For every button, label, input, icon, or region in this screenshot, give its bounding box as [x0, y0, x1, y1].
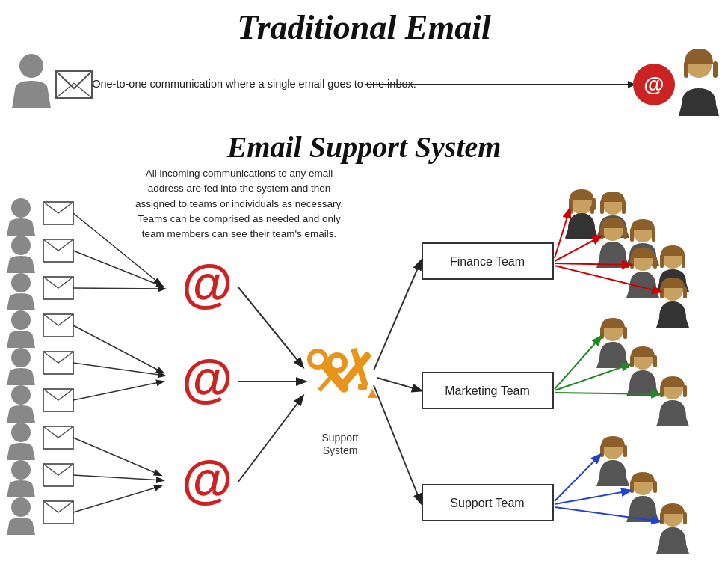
svg-point-69	[602, 194, 623, 215]
svg-rect-79	[569, 198, 573, 210]
svg-line-39	[73, 475, 163, 480]
svg-line-114	[555, 393, 660, 394]
svg-rect-76	[660, 254, 664, 268]
svg-text:Finance Team: Finance Team	[450, 255, 525, 268]
svg-point-48	[307, 349, 328, 370]
svg-line-36	[73, 363, 164, 376]
svg-rect-86	[653, 257, 657, 269]
svg-point-20	[11, 310, 31, 330]
svg-line-4	[74, 83, 92, 98]
svg-text:Support: Support	[321, 432, 358, 444]
svg-rect-2	[56, 71, 92, 98]
svg-point-10	[686, 54, 712, 78]
svg-rect-89	[683, 287, 687, 298]
svg-point-16	[11, 236, 31, 255]
svg-rect-73	[630, 228, 634, 242]
svg-point-18	[11, 273, 31, 292]
svg-marker-7	[628, 81, 635, 88]
svg-marker-51	[368, 389, 377, 398]
svg-rect-80	[592, 198, 596, 210]
svg-rect-62	[422, 373, 553, 408]
svg-point-96	[662, 379, 683, 399]
svg-rect-71	[622, 200, 626, 214]
svg-point-75	[662, 248, 683, 269]
svg-point-49	[312, 353, 324, 365]
svg-rect-85	[630, 257, 634, 269]
svg-rect-47	[317, 357, 351, 394]
svg-point-84	[632, 250, 653, 271]
svg-text:Support Team: Support Team	[450, 497, 524, 509]
svg-rect-11	[684, 61, 688, 78]
svg-line-38	[73, 438, 161, 475]
svg-line-110	[555, 263, 631, 265]
svg-point-78	[571, 192, 592, 212]
svg-rect-12	[713, 61, 718, 78]
svg-text:@: @	[644, 73, 664, 96]
svg-text:@: @	[182, 349, 232, 408]
svg-point-22	[11, 348, 31, 367]
svg-point-105	[662, 506, 683, 527]
svg-point-93	[632, 349, 653, 370]
svg-rect-88	[660, 287, 664, 298]
svg-point-14	[11, 198, 31, 218]
svg-rect-77	[682, 254, 685, 268]
svg-rect-83	[623, 227, 627, 239]
svg-point-81	[602, 220, 623, 241]
svg-point-72	[632, 221, 653, 242]
svg-line-58	[377, 378, 421, 390]
svg-rect-21	[43, 314, 73, 337]
svg-text:Traditional Email: Traditional Email	[237, 8, 491, 46]
svg-rect-67	[569, 200, 573, 214]
svg-line-112	[555, 337, 601, 389]
svg-rect-106	[660, 512, 664, 524]
svg-rect-50	[338, 351, 372, 390]
svg-rect-103	[630, 481, 634, 493]
svg-point-102	[632, 474, 653, 495]
svg-rect-68	[590, 200, 594, 214]
svg-line-46	[238, 396, 303, 482]
svg-text:Marketing Team: Marketing Team	[445, 384, 530, 397]
svg-rect-74	[652, 228, 655, 242]
svg-point-28	[11, 460, 31, 480]
svg-line-35	[73, 325, 163, 373]
svg-rect-15	[43, 202, 73, 224]
svg-line-113	[555, 364, 630, 390]
svg-rect-91	[600, 327, 604, 339]
svg-line-117	[555, 507, 660, 521]
svg-line-108	[555, 209, 570, 258]
svg-point-52	[327, 352, 348, 373]
svg-point-1	[19, 54, 43, 78]
svg-point-24	[11, 385, 31, 405]
svg-text:System: System	[323, 444, 358, 456]
svg-point-99	[602, 438, 623, 459]
svg-rect-29	[43, 464, 73, 486]
svg-rect-82	[600, 227, 604, 239]
svg-line-34	[73, 288, 164, 289]
svg-text:@: @	[182, 254, 232, 313]
svg-rect-25	[43, 389, 73, 411]
svg-rect-92	[623, 327, 627, 339]
svg-line-116	[555, 491, 630, 504]
svg-line-115	[555, 455, 600, 501]
svg-rect-104	[653, 481, 657, 493]
svg-point-8	[633, 64, 675, 105]
svg-point-90	[602, 320, 623, 341]
svg-rect-101	[623, 445, 627, 457]
svg-point-26	[11, 423, 31, 442]
svg-rect-27	[43, 426, 73, 449]
svg-rect-98	[683, 385, 687, 397]
svg-rect-97	[660, 385, 664, 397]
svg-line-57	[374, 261, 421, 370]
svg-rect-95	[653, 355, 657, 367]
svg-point-87	[662, 280, 683, 301]
svg-line-33	[73, 251, 163, 287]
svg-point-53	[332, 358, 342, 368]
svg-rect-64	[422, 485, 553, 521]
svg-line-37	[73, 382, 163, 400]
svg-text:Email Support System: Email Support System	[226, 130, 502, 164]
svg-point-30	[11, 497, 31, 517]
svg-point-66	[571, 194, 592, 215]
svg-rect-31	[43, 501, 73, 524]
svg-rect-23	[43, 352, 73, 374]
svg-line-32	[73, 213, 161, 284]
